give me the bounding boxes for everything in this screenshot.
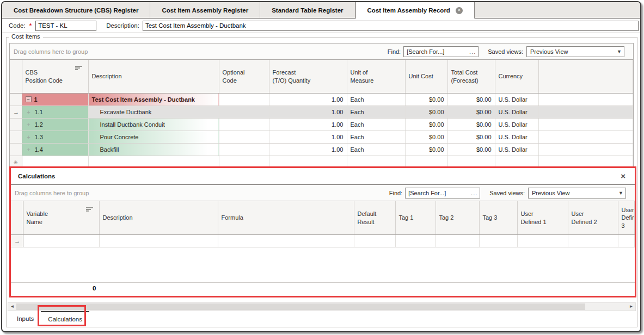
tab-inputs[interactable]: Inputs	[10, 311, 41, 326]
column-header-optional-code[interactable]: Optional Code	[219, 60, 269, 94]
row-selector[interactable]	[10, 131, 22, 144]
column-header-formula[interactable]: Formula	[218, 201, 354, 235]
cell-optional-code[interactable]	[219, 144, 269, 156]
group-by-drop-zone[interactable]: Drag columns here to group	[14, 48, 388, 55]
close-tab-icon[interactable]: ×	[456, 7, 463, 14]
cell-description[interactable]: Excavate Ductbank	[88, 106, 219, 119]
row-selector[interactable]	[10, 119, 22, 131]
cell-optional-code[interactable]	[219, 131, 269, 144]
cell-unit-of-measure[interactable]: Each	[347, 94, 405, 106]
tab-standard-table-register[interactable]: Standard Table Register	[260, 2, 355, 18]
cell-total-cost[interactable]: $0.00	[447, 106, 495, 119]
cell-position-code[interactable]: −1	[22, 94, 88, 106]
cell-currency[interactable]: U.S. Dollar	[495, 119, 538, 131]
cell-optional-code[interactable]	[219, 119, 269, 131]
scroll-right-arrow-icon[interactable]: ►	[627, 303, 635, 311]
column-header-variable-name[interactable]: Variable Name	[23, 201, 99, 235]
column-header-forecast-quantity[interactable]: Forecast (T/O) Quantity	[269, 60, 347, 94]
cell-total-cost[interactable]: $0.00	[447, 144, 495, 156]
column-header-cbs-position-code[interactable]: CBS Position Code	[22, 60, 88, 94]
cell-unit-of-measure[interactable]: Each	[347, 106, 405, 119]
find-input[interactable]: [Search For...] ...	[405, 188, 480, 198]
cell-position-code[interactable]: +1.2	[22, 119, 88, 131]
cell-position-code[interactable]: +1.3	[22, 131, 88, 144]
cell-tag-2[interactable]	[436, 235, 479, 247]
cell-unit-cost[interactable]: $0.00	[405, 144, 447, 156]
column-header-tag-2[interactable]: Tag 2	[436, 201, 479, 235]
group-by-drop-zone[interactable]: Drag columns here to group	[15, 190, 389, 196]
row-selector[interactable]: →	[11, 235, 23, 247]
cell-unit-cost[interactable]: $0.00	[405, 119, 447, 131]
find-browse-button[interactable]: ...	[467, 48, 478, 55]
cell-forecast-quantity[interactable]: 1.00	[269, 131, 347, 144]
cell-position-code[interactable]: +1.4	[22, 144, 88, 156]
column-header-default-result[interactable]: Default Result	[354, 201, 395, 235]
cell-description[interactable]: Pour Concrete	[88, 131, 219, 144]
cell-forecast-quantity[interactable]: 1.00	[269, 94, 347, 106]
cell-unit-of-measure[interactable]: Each	[347, 131, 405, 144]
expand-icon[interactable]: +	[26, 146, 32, 153]
cell-currency[interactable]: U.S. Dollar	[495, 144, 538, 156]
cell-total-cost[interactable]: $0.00	[447, 94, 495, 106]
row-selector[interactable]	[10, 144, 22, 156]
cell-unit-cost[interactable]: $0.00	[405, 94, 447, 106]
cell-unit-cost[interactable]: $0.00	[405, 131, 447, 144]
column-header-user-defined-2[interactable]: User Defined 2	[568, 201, 618, 235]
column-header-tag-1[interactable]: Tag 1	[395, 201, 436, 235]
expand-icon[interactable]: +	[26, 134, 32, 140]
cell-user-defined-1[interactable]	[517, 235, 568, 247]
collapse-icon[interactable]: −	[26, 96, 32, 102]
cell-user-defined-3[interactable]	[618, 235, 635, 247]
column-header-unit-cost[interactable]: Unit Cost	[405, 60, 447, 94]
find-input[interactable]: [Search For...] ...	[403, 46, 479, 57]
cell-optional-code[interactable]	[219, 94, 269, 106]
cell-forecast-quantity[interactable]: 1.00	[269, 119, 347, 131]
column-header-total-cost[interactable]: Total Cost (Forecast)	[447, 60, 495, 94]
cell-position-code[interactable]: +1.1	[22, 106, 88, 119]
find-browse-button[interactable]: ...	[469, 190, 480, 196]
code-input[interactable]	[35, 21, 96, 31]
cell-default-result[interactable]	[354, 235, 395, 247]
expand-icon[interactable]: +	[26, 121, 32, 128]
expand-icon[interactable]: +	[26, 109, 32, 115]
cell-optional-code[interactable]	[219, 106, 269, 119]
tab-cost-item-assembly-register[interactable]: Cost Item Assembly Register	[150, 2, 260, 18]
column-header-description[interactable]: Description	[99, 201, 218, 235]
column-header-tag-3[interactable]: Tag 3	[479, 201, 517, 235]
saved-views-dropdown[interactable]: Previous View ▼	[526, 46, 624, 57]
cell-forecast-quantity[interactable]: 1.00	[269, 106, 347, 119]
cell-user-defined-2[interactable]	[568, 235, 618, 247]
cell-description[interactable]: Backfill	[88, 144, 219, 156]
column-header-currency[interactable]: Currency	[495, 60, 538, 94]
close-panel-icon[interactable]: ×	[618, 172, 628, 180]
cell-tag-3[interactable]	[479, 235, 517, 247]
cell-description[interactable]	[99, 235, 218, 247]
cell-currency[interactable]: U.S. Dollar	[495, 94, 538, 106]
cell-unit-of-measure[interactable]: Each	[347, 144, 405, 156]
column-header-user-defined-3[interactable]: User Defined 3	[618, 201, 635, 235]
row-selector[interactable]: →	[10, 106, 22, 119]
cell-forecast-quantity[interactable]: 1.00	[269, 144, 347, 156]
horizontal-scrollbar[interactable]: ◄ ►	[8, 302, 636, 311]
cell-tag-1[interactable]	[395, 235, 436, 247]
cell-variable-name[interactable]	[23, 235, 99, 247]
row-selector[interactable]	[10, 94, 22, 106]
tab-cost-item-assembly-record[interactable]: Cost Item Assembly Record ×	[355, 2, 475, 18]
scroll-left-arrow-icon[interactable]: ◄	[8, 303, 16, 311]
description-input[interactable]	[143, 21, 639, 31]
cell-unit-of-measure[interactable]: Each	[347, 119, 405, 131]
saved-views-dropdown[interactable]: Previous View ▼	[528, 188, 626, 198]
cell-formula[interactable]	[218, 235, 354, 247]
scrollbar-thumb[interactable]	[16, 303, 585, 310]
tab-cbs-register[interactable]: Cost Breakdown Structure (CBS) Register	[2, 2, 150, 18]
tab-calculations[interactable]: Calculations	[41, 311, 89, 326]
cell-description[interactable]: Test Cost Item Assembly - Ductbank	[88, 94, 219, 106]
cell-total-cost[interactable]: $0.00	[447, 119, 495, 131]
column-header-unit-of-measure[interactable]: Unit of Measure	[347, 60, 405, 94]
column-header-user-defined-1[interactable]: User Defined 1	[517, 201, 568, 235]
cell-currency[interactable]: U.S. Dollar	[495, 106, 538, 119]
cell-currency[interactable]: U.S. Dollar	[495, 131, 538, 144]
column-header-description[interactable]: Description	[88, 60, 219, 94]
cell-unit-cost[interactable]: $0.00	[405, 106, 447, 119]
cell-total-cost[interactable]: $0.00	[447, 131, 495, 144]
